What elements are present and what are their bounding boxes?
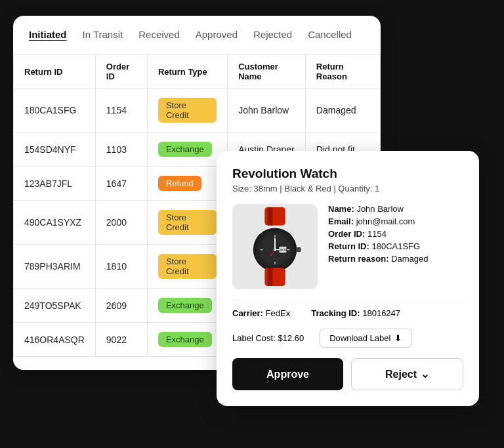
carrier-value: FedEx <box>266 308 291 318</box>
screen-wrapper: Initiated In Transit Received Approved R… <box>0 0 504 448</box>
cell-return-id: 490CA1SYXZ <box>14 201 96 245</box>
divider <box>232 300 463 300</box>
reject-label: Reject <box>385 369 417 380</box>
return-id-value: 180CA1SFG <box>371 241 420 251</box>
return-reason-value: Damaged <box>391 254 428 264</box>
label-cost-value: $12.60 <box>278 333 304 343</box>
product-meta: Size: 38mm | Black & Red | Quantity: 1 <box>232 184 463 193</box>
detail-card: Revolution Watch Size: 38mm | Black & Re… <box>217 151 479 406</box>
cell-return-id: 789PH3ARIM <box>14 245 96 289</box>
email-value: john@mail.com <box>356 216 415 226</box>
download-label-button[interactable]: Download Label ⬇ <box>320 329 411 348</box>
svg-point-17 <box>274 248 277 251</box>
cell-order-id: 2000 <box>95 201 147 245</box>
product-image: MON <box>232 204 318 289</box>
cell-order-id: 1810 <box>95 245 147 289</box>
svg-rect-1 <box>268 207 272 226</box>
cell-return-type: Refund <box>147 167 227 201</box>
email-label: Email: <box>328 216 354 226</box>
cell-customer-name: John Barlow <box>228 89 306 132</box>
cell-return-type: Store Credit <box>147 201 227 245</box>
cell-return-type: Exchange <box>147 132 227 167</box>
tab-in-transit[interactable]: In Transit <box>83 29 123 41</box>
return-id-label: Return ID: <box>328 241 369 251</box>
carrier-group: Carrier: FedEx <box>232 308 290 318</box>
name-value: John Barlow <box>356 204 404 214</box>
tracking-label: Tracking ID: <box>311 308 360 318</box>
name-label: Name: <box>328 204 354 214</box>
cell-order-id: 1103 <box>95 132 147 167</box>
product-section: MON Name: John Barlow Email: john@mail.c… <box>232 204 463 289</box>
cell-return-type: Exchange <box>147 323 227 357</box>
col-header-customer-name: Customer Name <box>228 55 306 89</box>
product-info: Name: John Barlow Email: john@mail.com O… <box>328 204 428 289</box>
customer-name-row: Name: John Barlow <box>328 204 428 214</box>
cell-order-id: 1154 <box>95 89 147 132</box>
tracking-value: 18016247 <box>362 308 400 318</box>
col-header-return-id: Return ID <box>14 55 96 89</box>
chevron-down-icon: ⌄ <box>421 368 429 380</box>
cell-return-reason: Damaged <box>305 89 380 132</box>
label-cost-row: Label Cost: $12.60 Download Label ⬇ <box>232 329 463 348</box>
shipping-section: Carrier: FedEx Tracking ID: 18016247 <box>232 308 463 318</box>
return-reason-row: Return reason: Damaged <box>328 254 428 264</box>
cell-return-type: Store Credit <box>147 245 227 289</box>
download-icon: ⬇ <box>394 333 402 343</box>
col-header-order-id: Order ID <box>95 55 147 89</box>
order-id-value: 1154 <box>368 229 387 239</box>
tab-cancelled[interactable]: Cancelled <box>308 29 352 41</box>
cell-return-id: 154SD4NYF <box>14 132 96 167</box>
carrier-label: Carrier: <box>232 308 263 318</box>
cell-order-id: 1647 <box>95 167 147 201</box>
cell-return-type: Store Credit <box>147 89 227 132</box>
svg-text:MON: MON <box>280 249 287 252</box>
cell-order-id: 2609 <box>95 289 147 323</box>
table-row[interactable]: 180CA1SFG 1154 Store Credit John Barlow … <box>14 89 381 132</box>
download-label-text: Download Label <box>329 333 390 343</box>
tab-approved[interactable]: Approved <box>196 29 238 41</box>
cell-order-id: 9022 <box>95 323 147 357</box>
reject-button[interactable]: Reject ⌄ <box>351 358 463 390</box>
svg-rect-14 <box>296 247 301 252</box>
cell-return-id: 249TO5SPAK <box>14 289 96 323</box>
tracking-group: Tracking ID: 18016247 <box>311 308 400 318</box>
tab-rejected[interactable]: Rejected <box>253 29 292 41</box>
watch-illustration: MON <box>239 207 311 286</box>
col-header-return-reason: Return Reason <box>305 55 380 89</box>
cell-return-id: 416OR4ASQR <box>14 323 96 357</box>
label-cost-group: Label Cost: $12.60 <box>232 333 304 343</box>
action-section: Approve Reject ⌄ <box>232 358 463 390</box>
svg-rect-5 <box>268 268 272 286</box>
order-id-label: Order ID: <box>328 229 365 239</box>
tab-received[interactable]: Received <box>138 29 180 41</box>
tabs-bar: Initiated In Transit Received Approved R… <box>13 29 381 52</box>
approve-button[interactable]: Approve <box>232 358 343 390</box>
col-header-return-type: Return Type <box>147 55 227 89</box>
email-row: Email: john@mail.com <box>328 216 428 226</box>
return-id-row: Return ID: 180CA1SFG <box>328 241 428 251</box>
order-id-row: Order ID: 1154 <box>328 229 428 239</box>
cell-return-id: 123AB7JFL <box>14 167 96 201</box>
cell-return-type: Exchange <box>147 289 227 323</box>
product-name: Revolution Watch <box>232 167 463 181</box>
tab-initiated[interactable]: Initiated <box>29 29 67 41</box>
label-cost-label: Label Cost: <box>232 333 276 343</box>
return-reason-label: Return reason: <box>328 254 388 264</box>
cell-return-id: 180CA1SFG <box>14 89 96 132</box>
